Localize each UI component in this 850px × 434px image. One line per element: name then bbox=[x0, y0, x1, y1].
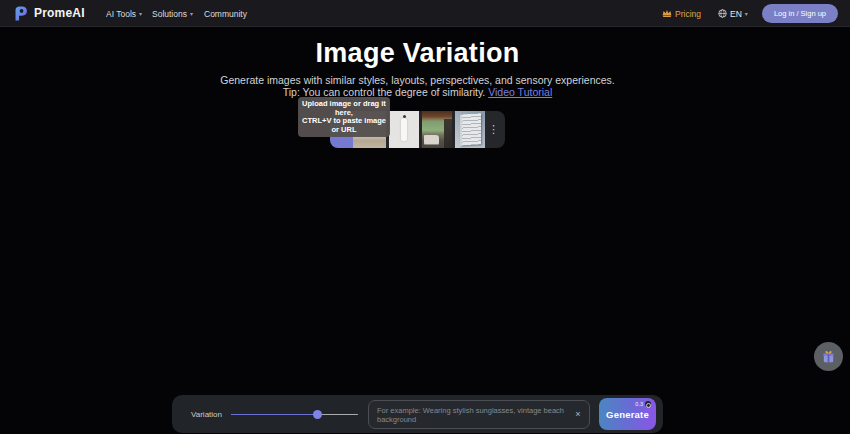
nav-item-ai-tools[interactable]: AI Tools ▾ bbox=[106, 0, 142, 27]
top-navbar: PromeAI AI Tools ▾ Solutions ▾ Community… bbox=[0, 0, 850, 27]
generate-cost: 0.3 bbox=[635, 401, 651, 407]
variation-slider[interactable] bbox=[231, 410, 358, 419]
upload-tooltip-line2: CTRL+V to paste image or URL bbox=[302, 117, 386, 134]
page: PromeAI AI Tools ▾ Solutions ▾ Community… bbox=[0, 0, 850, 434]
navbar-right: Pricing EN ▾ Log in / Sign up bbox=[662, 0, 838, 27]
video-tutorial-link[interactable]: Video Tutorial bbox=[488, 86, 552, 98]
prompt-input[interactable] bbox=[369, 401, 589, 428]
login-signup-button[interactable]: Log in / Sign up bbox=[762, 4, 838, 23]
credit-cost-value: 0.3 bbox=[635, 401, 643, 407]
slider-thumb[interactable] bbox=[313, 410, 322, 419]
promotion-gift-button[interactable] bbox=[814, 342, 843, 371]
promeai-logo[interactable]: PromeAI bbox=[12, 5, 85, 22]
variation-label: Variation bbox=[191, 410, 222, 419]
more-samples-menu-icon[interactable]: ⋮ bbox=[485, 122, 502, 137]
pricing-link[interactable]: Pricing bbox=[662, 9, 701, 19]
clear-prompt-icon[interactable]: × bbox=[572, 408, 584, 420]
gift-icon bbox=[821, 349, 836, 364]
generation-control-panel: Variation × 0.3 Generate bbox=[172, 395, 663, 433]
nav-item-label: AI Tools bbox=[106, 9, 136, 19]
nav-item-label: Community bbox=[204, 9, 247, 19]
nav-item-label: Solutions bbox=[152, 9, 187, 19]
credit-coin-icon bbox=[645, 401, 651, 407]
slider-fill bbox=[231, 414, 317, 416]
language-label: EN bbox=[730, 9, 742, 19]
chevron-down-icon: ▾ bbox=[190, 10, 193, 17]
prompt-box: × bbox=[368, 400, 590, 429]
sample-thumbnail-bedroom-interior[interactable] bbox=[422, 111, 452, 148]
upload-tooltip-line1: Upload image or drag it here, bbox=[302, 100, 386, 117]
sample-thumbnail-woman-in-white-dress[interactable] bbox=[389, 111, 419, 148]
sample-thumbnail-apartment-building[interactable] bbox=[455, 111, 485, 148]
tip-text: Tip: You can control the degree of simil… bbox=[0, 87, 835, 99]
crown-icon bbox=[662, 9, 672, 18]
language-selector[interactable]: EN ▾ bbox=[718, 9, 748, 19]
hero-section: Image Variation Generate images with sim… bbox=[0, 38, 835, 98]
brand-name: PromeAI bbox=[34, 6, 85, 20]
chevron-down-icon: ▾ bbox=[139, 10, 142, 17]
pricing-label: Pricing bbox=[675, 9, 701, 19]
promeai-logo-icon bbox=[12, 5, 29, 22]
nav-item-community[interactable]: Community bbox=[204, 0, 247, 27]
generate-button-label: Generate bbox=[599, 409, 656, 420]
upload-tooltip: Upload image or drag it here, CTRL+V to … bbox=[298, 97, 390, 137]
page-title: Image Variation bbox=[0, 38, 835, 69]
generate-button[interactable]: 0.3 Generate bbox=[599, 398, 656, 430]
globe-icon bbox=[718, 9, 727, 18]
chevron-down-icon: ▾ bbox=[745, 10, 748, 17]
nav-item-solutions[interactable]: Solutions ▾ bbox=[152, 0, 193, 27]
tip-label: Tip: You can control the degree of simil… bbox=[283, 86, 488, 98]
